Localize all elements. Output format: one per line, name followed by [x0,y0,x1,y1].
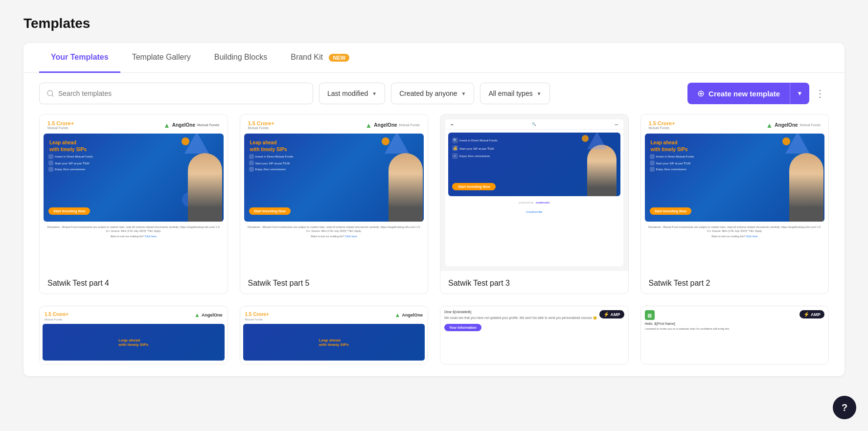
more-options-button[interactable]: ⋮ [811,85,829,102]
last-modified-filter[interactable]: Last modified ▼ [319,83,385,104]
template-card[interactable]: 1.5 Crore+ Mutual Funds ▲ AngelOne Mutua… [39,114,228,294]
brand-kit-new-badge: NEW [329,54,349,62]
template-preview: 1.5 Crore+ Mutual Funds ▲ AngelOne Mutua… [641,114,829,271]
template-card[interactable]: 1.5 Crore+ Mutual Funds ▲ AngelOne Leap … [240,306,429,364]
created-by-filter[interactable]: Created by anyone ▼ [391,83,474,104]
search-input[interactable] [58,90,306,97]
template-card-amp[interactable]: ⚡ AMP ▦ Hello, ${First Name} I wanted to… [640,306,829,364]
tab-building-blocks[interactable]: Building Blocks [203,43,279,73]
template-name: Satwik Test part 3 [440,271,628,294]
bottom-template-row: 1.5 Crore+ Mutual Funds ▲ AngelOne Leap … [23,294,845,364]
template-card[interactable]: 1.5 Crore+ Mutual Funds ▲ AngelOne Leap … [39,306,228,364]
chevron-down-icon: ▼ [372,91,377,96]
search-icon [46,90,54,97]
amp-badge: ⚡ AMP [599,310,624,318]
chevron-down-icon: ▼ [797,90,803,97]
create-template-dropdown[interactable]: ▼ [790,83,809,104]
search-box [39,83,313,104]
tab-your-templates[interactable]: Your Templates [39,43,120,73]
template-preview: 1.5 Crore+ Mutual Funds ▲ AngelOne Mutua… [240,114,428,271]
tab-template-gallery[interactable]: Template Gallery [120,43,203,73]
template-preview: 1.5 Crore+ Mutual Funds ▲ AngelOne Mutua… [40,114,228,271]
svg-line-1 [52,95,53,96]
main-card: Your Templates Template Gallery Building… [23,43,845,376]
template-grid: 1.5 Crore+ Mutual Funds ▲ AngelOne Mutua… [23,114,845,294]
lightning-icon: ⚡ [803,312,809,317]
template-name: Satwik Test part 2 [641,271,829,294]
page-title: Templates [23,16,845,31]
tab-brand-kit[interactable]: Brand Kit NEW [279,43,361,73]
tabs-bar: Your Templates Template Gallery Building… [23,43,845,73]
template-card[interactable]: ☁ 🔍 ••• 🔍 Invest in Direct M [440,114,629,294]
plus-icon: ⊕ [697,88,705,99]
toolbar: Last modified ▼ Created by anyone ▼ All … [23,73,845,114]
more-icon: ⋮ [815,88,825,99]
chevron-down-icon: ▼ [537,91,542,96]
template-card-amp[interactable]: ⚡ AMP Dear ${VariableB} We could see tha… [440,306,629,364]
lightning-icon: ⚡ [603,312,609,317]
amp-badge: ⚡ AMP [799,310,824,318]
template-card[interactable]: 1.5 Crore+ Mutual Funds ▲ AngelOne Mutua… [240,114,429,294]
create-template-button[interactable]: ⊕ Create new template [687,83,790,104]
email-type-filter[interactable]: All email types ▼ [480,83,549,104]
template-name: Satwik Test part 4 [40,271,228,294]
template-name: Satwik Test part 5 [240,271,428,294]
create-template-group: ⊕ Create new template ▼ ⋮ [687,83,829,104]
template-preview: ☁ 🔍 ••• 🔍 Invest in Direct M [440,114,628,271]
template-card[interactable]: 1.5 Crore+ Mutual Funds ▲ AngelOne Mutua… [640,114,829,294]
chevron-down-icon: ▼ [461,91,466,96]
